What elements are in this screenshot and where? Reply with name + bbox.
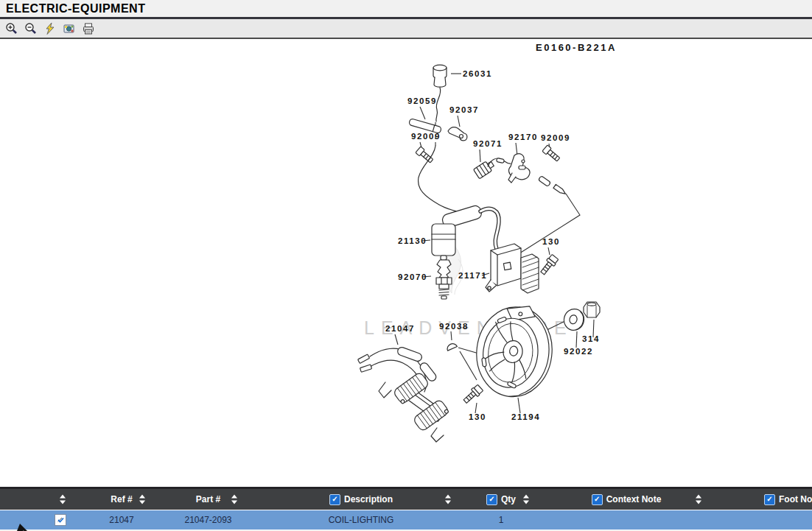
part-number-label[interactable]: 92038 [439,322,469,331]
part-92038-key[interactable] [446,342,457,351]
part-number-label[interactable]: 92009 [541,133,570,142]
part-number-label[interactable]: 21047 [385,324,415,333]
part-130-bolt-lower[interactable] [462,384,484,404]
col-header-part[interactable]: Part # [162,489,254,510]
part-number-label[interactable]: 21171 [458,271,487,280]
sort-icon[interactable] [696,495,702,504]
cable-terminal-pieces[interactable] [538,176,567,196]
part-26031-connector[interactable] [433,65,447,122]
part-21194-flywheel[interactable] [472,300,557,401]
diagram-code: E0160-B221A [536,42,617,53]
sort-icon[interactable] [231,495,238,504]
part-number-label[interactable]: 21194 [511,412,540,421]
part-92070-spark-plug[interactable] [436,256,452,299]
col-header-context-note[interactable]: Context Note [534,489,718,510]
cell-part: 21047-2093 [162,510,254,530]
sort-icon[interactable] [60,495,66,504]
col-label-context-note: Context Note [606,494,662,504]
table-row[interactable]: 21047 21047-2093 COIL-LIGHTING 1 [0,510,812,530]
wire-bead [497,158,505,163]
checkbox-foot-note[interactable] [764,494,775,505]
part-92022-washer[interactable] [561,307,586,333]
sort-icon[interactable] [445,495,452,504]
col-label-qty: Qty [501,494,516,504]
col-label-part: Part # [196,494,220,504]
cell-qty: 1 [468,510,534,530]
parts-table-header: Ref # Part # Description Qty Context Not… [0,487,812,510]
col-header-ref[interactable]: Ref # [81,489,162,510]
sort-icon[interactable] [139,495,146,504]
part-number-label[interactable]: 92022 [564,347,593,356]
checkbox-context-note[interactable] [592,494,603,505]
cell-ref: 21047 [81,510,162,530]
col-label-foot-note: Foot Note [779,494,812,504]
part-number-label[interactable]: 314 [582,334,600,343]
part-92071-grommet[interactable] [474,159,496,179]
part-314-nut[interactable] [584,302,600,317]
part-number-label[interactable]: 92071 [473,139,503,148]
kill-switch-wire [419,146,511,214]
parts-diagram: 2603192059920379200992071921709200921130… [0,0,812,531]
part-number-label[interactable]: 92070 [398,272,427,281]
sort-icon[interactable] [523,495,530,504]
part-number-label[interactable]: 92170 [508,133,538,141]
col-header-qty[interactable]: Qty [468,489,534,510]
part-number-label[interactable]: 92037 [449,105,479,114]
cell-context-note [534,510,718,530]
cell-description: COIL-LIGHTING [254,510,468,530]
part-number-label[interactable]: 92009 [411,132,441,141]
part-number-label[interactable]: 21130 [398,236,427,245]
parts-table: Ref # Part # Description Qty Context Not… [0,487,812,531]
part-number-label[interactable]: 130 [469,412,486,421]
part-92170-bracket[interactable] [508,154,530,183]
part-21047-lighting-coil[interactable] [358,346,450,442]
checkbox-description[interactable] [329,494,340,505]
mouse-cursor-icon [10,521,32,531]
part-21130-spark-plug-cap[interactable] [432,204,483,256]
col-header-description[interactable]: Description [254,489,468,510]
col-label-description: Description [344,494,393,504]
part-number-label[interactable]: 26031 [463,69,492,78]
part-number-label[interactable]: 130 [542,237,560,246]
cell-foot-note [718,510,812,530]
col-header-foot-note[interactable]: Foot Note [718,489,812,510]
col-header-select[interactable] [0,489,81,510]
part-130-bolt-upper[interactable] [539,254,559,276]
part-92037-clamp[interactable] [448,127,467,141]
edit-row-icon[interactable] [55,514,66,526]
col-label-ref: Ref # [111,494,132,504]
checkbox-qty[interactable] [486,494,497,505]
part-92009-screw-right[interactable] [542,145,561,163]
high-tension-lead [480,208,499,249]
part-number-label[interactable]: 92059 [407,96,437,105]
part-21171-ignition-coil[interactable] [486,244,539,293]
